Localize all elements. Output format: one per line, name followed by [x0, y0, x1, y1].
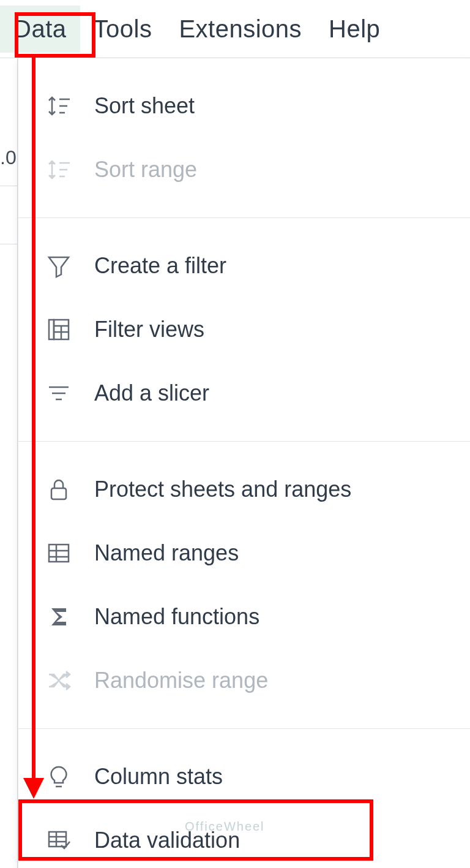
menuitem-data-validation[interactable]: Data validation: [18, 809, 470, 868]
dropdown-section-sort: Sort sheet Sort range: [18, 58, 470, 218]
dropdown-section-ranges: Protect sheets and ranges Named ranges N…: [18, 442, 470, 729]
menuitem-label: Protect sheets and ranges: [94, 478, 351, 500]
menuitem-label: Sort sheet: [94, 95, 195, 117]
menuitem-randomise-range: Randomise range: [18, 649, 470, 712]
menu-tools[interactable]: Tools: [80, 6, 166, 53]
sort-range-icon: [45, 156, 72, 183]
filter-icon: [45, 252, 72, 279]
menubar: Data Tools Extensions Help: [0, 0, 470, 58]
sort-sheet-icon: [45, 92, 72, 119]
menuitem-named-ranges[interactable]: Named ranges: [18, 521, 470, 585]
svg-rect-15: [49, 545, 69, 562]
data-validation-icon: [45, 827, 72, 854]
menuitem-named-functions[interactable]: Named functions: [18, 585, 470, 649]
dropdown-section-stats: Column stats Data validation: [18, 729, 470, 868]
menuitem-label: Filter views: [94, 319, 204, 341]
menuitem-add-slicer[interactable]: Add a slicer: [18, 361, 470, 425]
menuitem-label: Column stats: [94, 766, 223, 788]
left-stub-text: .0: [0, 146, 17, 169]
menuitem-sort-sheet[interactable]: Sort sheet: [18, 74, 470, 138]
menu-extensions[interactable]: Extensions: [165, 6, 315, 53]
menuitem-label: Named ranges: [94, 542, 239, 564]
bulb-icon: [45, 763, 72, 790]
menuitem-label: Data validation: [94, 829, 240, 851]
menuitem-label: Create a filter: [94, 255, 226, 277]
lock-icon: [45, 476, 72, 503]
menuitem-label: Add a slicer: [94, 382, 209, 404]
menuitem-sort-range: Sort range: [18, 138, 470, 202]
svg-rect-20: [49, 832, 66, 847]
menuitem-label: Randomise range: [94, 670, 268, 692]
menu-help[interactable]: Help: [315, 6, 394, 53]
named-ranges-icon: [45, 540, 72, 567]
menuitem-filter-views[interactable]: Filter views: [18, 298, 470, 361]
svg-rect-14: [51, 488, 66, 499]
left-strip: .0: [0, 58, 18, 868]
filter-views-icon: [45, 316, 72, 343]
dropdown-section-filter: Create a filter Filter views Add a slice…: [18, 218, 470, 442]
menuitem-label: Sort range: [94, 159, 197, 181]
sigma-icon: [45, 603, 72, 630]
menuitem-label: Named functions: [94, 606, 259, 628]
slicer-icon: [45, 380, 72, 407]
menuitem-column-stats[interactable]: Column stats: [18, 745, 470, 809]
menuitem-protect-sheets[interactable]: Protect sheets and ranges: [18, 458, 470, 521]
menuitem-create-filter[interactable]: Create a filter: [18, 234, 470, 298]
shuffle-icon: [45, 667, 72, 694]
menu-data[interactable]: Data: [0, 6, 80, 53]
data-dropdown: Sort sheet Sort range Create a filter Fi…: [18, 58, 470, 868]
